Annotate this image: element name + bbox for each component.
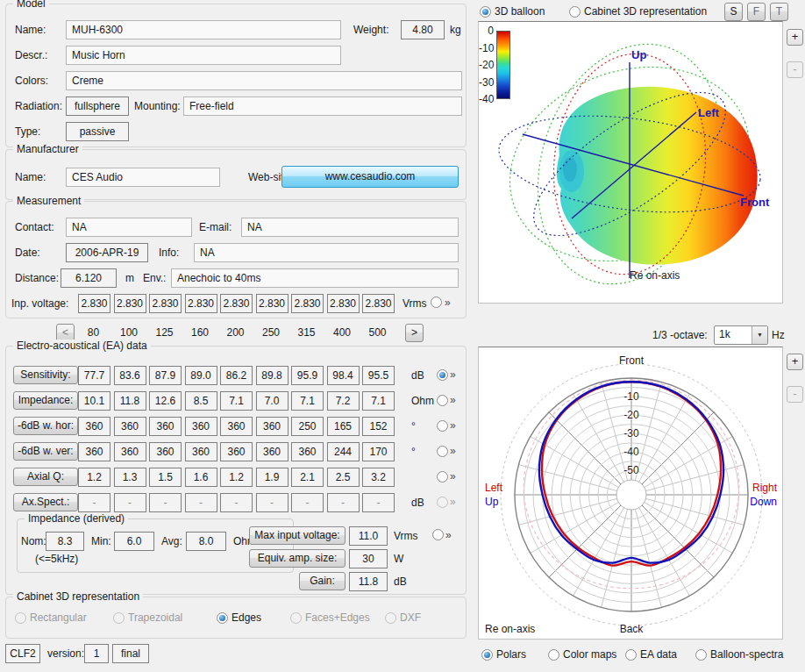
model-name-field[interactable]: MUH-6300 [66, 20, 341, 39]
octave-select[interactable]: 1k ▼ [714, 325, 768, 345]
display-option-ea-data[interactable] [625, 649, 637, 661]
ea-value-field[interactable]: 1.9 [256, 468, 289, 487]
polar-zoom-in-button[interactable]: + [787, 354, 803, 370]
ea-value-field[interactable]: 360 [256, 442, 289, 461]
ea-value-field[interactable]: 360 [291, 442, 324, 461]
inp-voltage-field[interactable]: 2.830 [185, 294, 217, 313]
ea-value-field[interactable]: 10.1 [78, 391, 110, 411]
polar-zoom-out-button[interactable]: - [787, 386, 803, 403]
band-next-button[interactable]: > [405, 324, 424, 342]
ea-value-field[interactable]: 360 [149, 442, 182, 461]
ea-value-field[interactable]: 1.2 [78, 468, 110, 487]
ea-value-field[interactable]: 7.1 [362, 391, 395, 411]
ea-value-field[interactable]: 165 [327, 417, 360, 436]
avg-field[interactable]: 8.0 [186, 532, 226, 551]
ea-row-radio-6db-w-hor[interactable] [437, 420, 448, 432]
info-field[interactable]: NA [194, 243, 459, 262]
max-input-voltage-field[interactable]: 11.0 [349, 526, 388, 546]
ea-row-button-impedance[interactable]: Impedance: [13, 391, 78, 410]
ea-row-expand-chevron[interactable]: » [450, 394, 456, 406]
ea-row-radio-impedance[interactable] [437, 395, 448, 406]
ea-row-button-sensitivity[interactable]: Sensitivity: [13, 366, 78, 384]
email-field[interactable]: NA [241, 218, 459, 237]
equiv-amp-size-button[interactable]: Equiv. amp. size: [249, 549, 346, 568]
chevron-down-icon[interactable]: ▼ [752, 326, 767, 344]
env-field[interactable]: Anechoic to 40ms [171, 268, 459, 288]
ea-value-field[interactable]: 8.5 [185, 391, 217, 411]
ea-value-field[interactable]: 11.8 [114, 391, 146, 411]
type-field[interactable]: passive [66, 122, 129, 141]
ea-value-field[interactable]: 244 [327, 442, 360, 461]
max-input-expand-chevron[interactable]: » [445, 529, 452, 541]
inp-voltage-radio[interactable] [431, 297, 442, 308]
ea-value-field[interactable]: 360 [78, 417, 110, 436]
ea-value-field[interactable]: 98.4 [327, 366, 360, 385]
ea-value-field[interactable]: 360 [114, 417, 146, 436]
ea-row-expand-chevron[interactable]: » [450, 496, 456, 508]
ea-value-field[interactable]: 360 [220, 417, 253, 436]
display-option-color-maps[interactable] [548, 649, 559, 661]
ea-value-field[interactable]: 360 [185, 417, 217, 436]
inp-voltage-field[interactable]: 2.830 [256, 294, 289, 313]
s-button[interactable]: S [724, 3, 743, 21]
ea-row-button-axial-q[interactable]: Axial Q: [13, 468, 78, 486]
contact-field[interactable]: NA [66, 218, 192, 237]
ea-value-field[interactable]: 1.2 [220, 468, 253, 487]
ea-row-button-6db-w-ver[interactable]: -6dB w. ver: [13, 442, 78, 461]
inp-voltage-field[interactable]: 2.830 [78, 294, 110, 313]
display-option-balloon-spectra[interactable] [695, 649, 707, 661]
ea-row-radio-6db-w-ver[interactable] [437, 446, 448, 457]
cabinet-option-edges[interactable] [217, 612, 228, 624]
weight-field[interactable]: 4.80 [401, 20, 445, 39]
date-field[interactable]: 2006-APR-19 [66, 243, 148, 262]
ea-value-field[interactable]: 77.7 [78, 366, 110, 385]
max-input-voltage-radio[interactable] [432, 529, 444, 540]
ea-value-field[interactable]: 360 [114, 442, 146, 461]
ea-value-field[interactable]: 152 [362, 417, 395, 436]
ea-value-field[interactable]: 360 [185, 442, 217, 461]
ea-value-field[interactable]: 7.0 [256, 391, 289, 411]
ea-value-field[interactable]: 95.9 [291, 366, 324, 385]
manufacturer-name-field[interactable]: CES Audio [66, 168, 220, 187]
ea-row-expand-chevron[interactable]: » [450, 445, 456, 457]
ea-value-field[interactable]: - [149, 493, 182, 512]
ea-value-field[interactable]: 1.5 [149, 468, 182, 487]
colors-field[interactable]: Creme [66, 71, 462, 90]
ea-value-field[interactable]: 360 [220, 442, 253, 461]
ea-value-field[interactable]: 360 [78, 442, 110, 461]
inp-voltage-field[interactable]: 2.830 [149, 294, 182, 313]
ea-value-field[interactable]: 2.1 [291, 468, 324, 487]
inp-voltage-field[interactable]: 2.830 [291, 294, 324, 313]
balloon-zoom-out-button[interactable]: - [787, 61, 803, 78]
ea-row-radio-sensitivity[interactable] [437, 369, 448, 381]
gain-button[interactable]: Gain: [299, 572, 346, 590]
radiation-field[interactable]: fullsphere [66, 97, 129, 116]
distance-field[interactable]: 6.120 [61, 268, 117, 288]
ea-value-field[interactable]: 360 [149, 417, 182, 436]
ea-value-field[interactable]: 12.6 [149, 391, 182, 411]
ea-value-field[interactable]: 86.2 [220, 366, 253, 385]
view-option-cabinet-3d-representation[interactable] [569, 6, 581, 18]
inp-voltage-field[interactable]: 2.830 [362, 294, 395, 313]
ea-value-field[interactable]: 89.0 [185, 366, 217, 385]
ea-row-radio-axial-q[interactable] [437, 471, 448, 483]
gain-field[interactable]: 11.8 [349, 572, 388, 591]
ea-value-field[interactable]: 3.2 [362, 468, 395, 487]
view-option-3d-balloon[interactable] [480, 6, 491, 18]
descr-field[interactable]: Music Horn [66, 46, 341, 65]
max-input-voltage-button[interactable]: Max input voltage: [249, 526, 346, 545]
ea-value-field[interactable]: - [256, 493, 289, 512]
f-button[interactable]: F [747, 3, 766, 21]
equiv-amp-size-field[interactable]: 30 [349, 549, 388, 568]
ea-value-field[interactable]: - [327, 493, 360, 512]
ea-value-field[interactable]: 1.6 [185, 468, 217, 487]
min-field[interactable]: 6.0 [114, 532, 154, 551]
balloon-zoom-in-button[interactable]: + [787, 29, 803, 46]
ea-value-field[interactable]: 89.8 [256, 366, 289, 385]
inp-voltage-expand-chevron[interactable]: » [445, 297, 451, 309]
ea-value-field[interactable]: 170 [362, 442, 395, 461]
ea-value-field[interactable]: 250 [291, 417, 324, 436]
ea-row-button-ax-spect[interactable]: Ax.Spect.: [13, 493, 78, 511]
ea-value-field[interactable]: 7.1 [220, 391, 253, 411]
ea-row-expand-chevron[interactable]: » [450, 419, 456, 432]
